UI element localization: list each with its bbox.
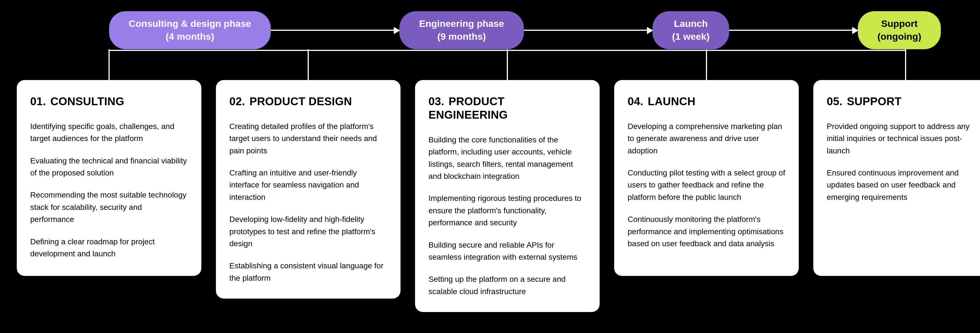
card-05-title: 05. SUPPORT (827, 95, 980, 108)
card-01-item-3: Recommending the most suitable technolog… (30, 189, 188, 225)
card-03-item-3: Building secure and reliable APIs for se… (428, 239, 586, 263)
card-03-title: 03. PRODUCT ENGINEERING (428, 95, 586, 121)
card-02-item-3: Developing low-fidelity and high-fidelit… (229, 213, 387, 250)
phase-pill-consulting: Consulting & design phase (4 months) (109, 11, 271, 49)
phase-pill-launch: Launch (1 week) (652, 11, 729, 49)
arrow-2 (524, 30, 652, 31)
card-02-item-1: Creating detailed profiles of the platfo… (229, 120, 387, 157)
card-04-item-3: Continuously monitoring the platform's p… (628, 213, 785, 250)
card-04-item-2: Conducting pilot testing with a select g… (628, 167, 785, 203)
card-03-item-1: Building the core functionalities of the… (428, 134, 586, 182)
card-04-title: 04. LAUNCH (628, 95, 785, 108)
card-01-item-2: Evaluating the technical and financial v… (30, 155, 188, 179)
card-02-item-4: Establishing a consistent visual languag… (229, 260, 387, 284)
arrow-1 (271, 30, 399, 31)
card-product-engineering: 03. PRODUCT ENGINEERING Building the cor… (415, 80, 600, 312)
phase-pill-support: Support (ongoing) (858, 11, 941, 49)
card-05-item-2: Ensured continuous improvement and updat… (827, 167, 980, 203)
card-01-item-4: Defining a clear roadmap for project dev… (30, 236, 188, 260)
card-01-title: 01. CONSULTING (30, 95, 188, 108)
card-04-item-1: Developing a comprehensive marketing pla… (628, 120, 785, 157)
arrow-3 (729, 30, 858, 31)
card-05-item-1: Provided ongoing support to address any … (827, 120, 980, 157)
card-consulting: 01. CONSULTING Identifying specific goal… (17, 80, 201, 276)
card-support: 05. SUPPORT Provided ongoing support to … (813, 80, 980, 276)
card-01-item-1: Identifying specific goals, challenges, … (30, 120, 188, 145)
card-02-item-2: Crafting an intuitive and user-friendly … (229, 167, 387, 203)
card-03-item-4: Setting up the platform on a secure and … (428, 273, 586, 298)
phase-pill-engineering: Engineering phase (9 months) (399, 11, 523, 49)
card-02-title: 02. PRODUCT DESIGN (229, 95, 387, 108)
card-product-design: 02. PRODUCT DESIGN Creating detailed pro… (216, 80, 401, 299)
card-launch: 04. LAUNCH Developing a comprehensive ma… (614, 80, 799, 276)
card-03-item-2: Implementing rigorous testing procedures… (428, 192, 586, 229)
